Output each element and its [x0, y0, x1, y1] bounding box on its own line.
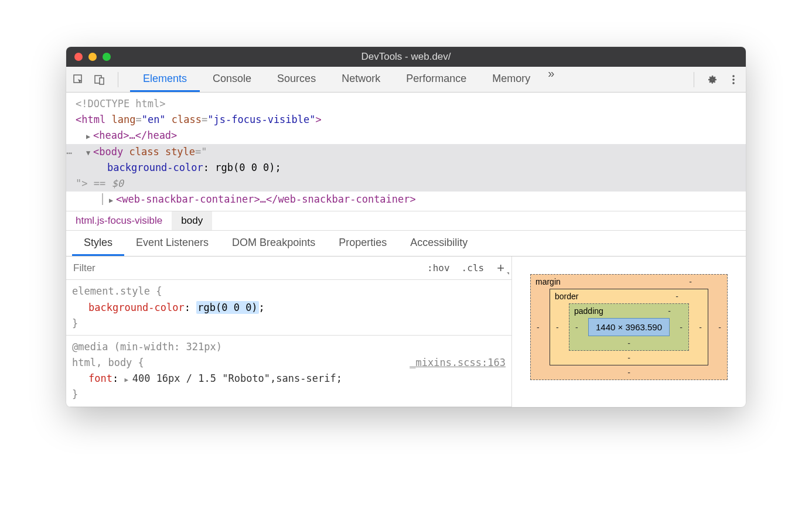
device-toggle-icon[interactable] — [93, 73, 106, 86]
dom-tree[interactable]: <!DOCTYPE html> <html lang="en" class="j… — [66, 93, 746, 211]
settings-gear-icon[interactable] — [706, 73, 719, 86]
window-title: DevTools - web.dev/ — [66, 51, 746, 63]
maximize-window-button[interactable] — [103, 53, 111, 61]
svg-point-5 — [732, 82, 735, 84]
cls-toggle[interactable]: .cls — [456, 262, 490, 273]
svg-point-4 — [732, 78, 735, 81]
new-rule-button[interactable]: + — [490, 261, 511, 276]
breadcrumbs: html.js-focus-visible body — [66, 211, 746, 231]
source-link[interactable]: _mixins.scss:163 — [410, 355, 506, 371]
rule-element-style[interactable]: element.style { background-color: rgb(0 … — [66, 280, 511, 336]
ellipsis-icon[interactable]: ⋯ — [66, 145, 72, 161]
styles-area: :hov .cls + element.style { background-c… — [66, 257, 746, 406]
filter-bar: :hov .cls + — [66, 257, 511, 280]
bm-padding[interactable]: padding - - - - 1440 × 3963.590 — [569, 303, 689, 351]
minimize-window-button[interactable] — [88, 53, 97, 61]
toolbar-divider-right — [694, 72, 694, 87]
tab-network[interactable]: Network — [329, 67, 393, 92]
traffic-lights — [66, 53, 111, 61]
inspect-element-icon[interactable] — [72, 73, 85, 86]
more-tabs-button[interactable]: » — [543, 67, 559, 92]
bm-border[interactable]: border - - - - padding - - - - 1440 × 39… — [550, 289, 708, 365]
subtab-styles[interactable]: Styles — [72, 231, 124, 256]
hov-toggle[interactable]: :hov — [421, 262, 456, 273]
close-window-button[interactable] — [74, 53, 83, 61]
subtab-properties[interactable]: Properties — [327, 231, 398, 256]
tab-memory[interactable]: Memory — [479, 67, 543, 92]
rule-media[interactable]: @media (min-width: 321px) html, body {_m… — [66, 336, 511, 407]
subtab-event-listeners[interactable]: Event Listeners — [124, 231, 220, 256]
dom-body-selected[interactable]: ⋯ ▼<body class style=" background-color:… — [66, 144, 746, 192]
tab-sources[interactable]: Sources — [264, 67, 329, 92]
bm-margin[interactable]: margin - - - - border - - - - padding - — [530, 274, 728, 380]
expand-triangle-icon[interactable]: ▶ — [124, 376, 132, 384]
bm-content[interactable]: 1440 × 3963.590 — [588, 318, 670, 336]
devtools-window: DevTools - web.dev/ Elements Console Sou… — [66, 47, 746, 407]
svg-point-3 — [732, 75, 735, 77]
subtab-accessibility[interactable]: Accessibility — [398, 231, 479, 256]
box-model-pane: margin - - - - border - - - - padding - — [511, 257, 746, 406]
tab-performance[interactable]: Performance — [393, 67, 479, 92]
dom-doctype[interactable]: <!DOCTYPE html> — [66, 96, 746, 112]
box-model[interactable]: margin - - - - border - - - - padding - — [530, 274, 728, 380]
dom-html[interactable]: <html lang="en" class="js-focus-visible"… — [66, 112, 746, 128]
crumb-html[interactable]: html.js-focus-visible — [66, 211, 172, 230]
svg-rect-2 — [100, 78, 104, 84]
crumb-body[interactable]: body — [172, 211, 212, 230]
kebab-menu-icon[interactable] — [727, 73, 740, 86]
dom-snackbar[interactable]: ▶<web-snackbar-container>…</web-snackbar… — [66, 192, 746, 207]
filter-input[interactable] — [66, 262, 421, 274]
subpanel-tabs: Styles Event Listeners DOM Breakpoints P… — [66, 231, 746, 257]
styles-left: :hov .cls + element.style { background-c… — [66, 257, 511, 406]
main-toolbar: Elements Console Sources Network Perform… — [66, 67, 746, 93]
tab-elements[interactable]: Elements — [130, 67, 200, 92]
dom-head[interactable]: ▶<head>…</head> — [66, 128, 746, 143]
titlebar: DevTools - web.dev/ — [66, 47, 746, 67]
main-tabs: Elements Console Sources Network Perform… — [130, 67, 559, 92]
svg-rect-0 — [74, 75, 81, 83]
toolbar-divider — [118, 72, 118, 87]
highlighted-value[interactable]: rgb(0 0 0) — [196, 301, 258, 314]
tab-console[interactable]: Console — [200, 67, 264, 92]
subtab-dom-breakpoints[interactable]: DOM Breakpoints — [220, 231, 327, 256]
